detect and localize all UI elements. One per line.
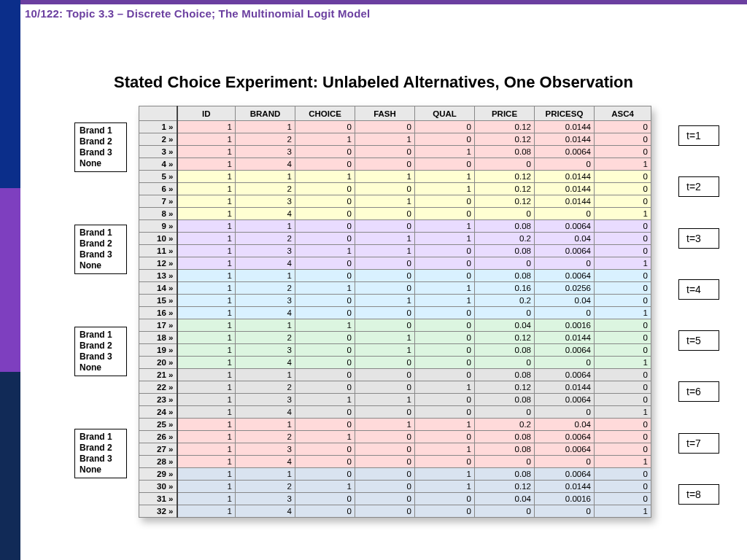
cell-price: 0.08 [475, 443, 535, 456]
cell-qual: 1 [415, 146, 475, 158]
cell-pricesq: 0.04 [535, 419, 595, 431]
cell-asc4: 0 [595, 195, 651, 208]
cell-pricesq: 0 [535, 257, 595, 270]
row-header: 11 » [139, 245, 177, 257]
t-label-5: t=5 [678, 330, 719, 351]
cell-id: 1 [177, 245, 236, 257]
cell-qual: 0 [415, 406, 475, 419]
cell-brand: 2 [236, 183, 295, 195]
cell-asc4: 0 [595, 146, 651, 158]
cell-choice: 0 [295, 183, 355, 195]
cell-choice: 0 [295, 419, 355, 431]
cell-brand: 4 [236, 158, 295, 171]
row-header: 16 » [139, 307, 177, 319]
cell-asc4: 0 [595, 381, 651, 394]
cell-brand: 3 [236, 344, 295, 357]
cell-asc4: 1 [595, 158, 651, 171]
cell-id: 1 [177, 195, 236, 208]
brand-box-3: Brand 1Brand 2Brand 3None [74, 327, 127, 376]
cell-qual: 0 [415, 344, 475, 357]
table-row: 24 »14000001 [139, 406, 651, 419]
cell-choice: 0 [295, 493, 355, 505]
cell-pricesq: 0.0064 [535, 443, 595, 456]
table-row: 5 »111110.120.01440 [139, 171, 651, 183]
cell-id: 1 [177, 344, 236, 357]
cell-brand: 2 [236, 233, 295, 245]
row-header: 25 » [139, 419, 177, 431]
table-row: 22 »120010.120.01440 [139, 381, 651, 394]
table-row: 26 »121000.080.00640 [139, 431, 651, 443]
cell-pricesq: 0.0016 [535, 493, 595, 505]
table-row: 30 »121010.120.01440 [139, 481, 651, 493]
cell-pricesq: 0.0064 [535, 270, 595, 282]
cell-id: 1 [177, 257, 236, 270]
cell-price: 0.04 [475, 493, 535, 505]
col-id: ID [177, 106, 236, 121]
cell-choice: 0 [295, 295, 355, 307]
cell-qual: 0 [415, 257, 475, 270]
row-header: 22 » [139, 381, 177, 394]
row-header: 20 » [139, 357, 177, 369]
cell-pricesq: 0.0064 [535, 431, 595, 443]
cell-pricesq: 0.0144 [535, 171, 595, 183]
cell-qual: 1 [415, 233, 475, 245]
cell-brand: 2 [236, 431, 295, 443]
cell-asc4: 0 [595, 282, 651, 295]
brand-label: Brand 1 [80, 432, 122, 443]
cell-brand: 2 [236, 133, 295, 146]
data-table-wrap: ID BRAND CHOICE FASH QUAL PRICE PRICESQ … [139, 106, 651, 518]
cell-fash: 0 [355, 158, 415, 171]
table-row: 18 »120100.120.01440 [139, 332, 651, 344]
brand-label: None [80, 464, 122, 475]
cell-brand: 3 [236, 493, 295, 505]
cell-asc4: 0 [595, 443, 651, 456]
cell-qual: 1 [415, 381, 475, 394]
cell-choice: 0 [295, 270, 355, 282]
cell-fash: 0 [355, 282, 415, 295]
cell-qual: 0 [415, 456, 475, 468]
cell-fash: 0 [355, 208, 415, 220]
cell-choice: 0 [295, 443, 355, 456]
cell-qual: 1 [415, 171, 475, 183]
brand-label: Brand 2 [80, 136, 122, 147]
cell-asc4: 0 [595, 332, 651, 344]
cell-id: 1 [177, 158, 236, 171]
cell-price: 0 [475, 208, 535, 220]
cell-choice: 1 [295, 245, 355, 257]
cell-fash: 0 [355, 493, 415, 505]
cell-price: 0.12 [475, 171, 535, 183]
cell-id: 1 [177, 493, 236, 505]
cell-brand: 4 [236, 406, 295, 419]
cell-fash: 1 [355, 419, 415, 431]
cell-price: 0.12 [475, 381, 535, 394]
brand-label: None [80, 362, 122, 373]
cell-id: 1 [177, 220, 236, 233]
col-asc4: ASC4 [595, 106, 651, 121]
cell-choice: 1 [295, 319, 355, 332]
cell-brand: 3 [236, 394, 295, 406]
cell-id: 1 [177, 270, 236, 282]
cell-asc4: 0 [595, 295, 651, 307]
cell-fash: 0 [355, 319, 415, 332]
cell-choice: 0 [295, 357, 355, 369]
cell-choice: 0 [295, 257, 355, 270]
cell-pricesq: 0 [535, 357, 595, 369]
cell-asc4: 0 [595, 493, 651, 505]
cell-asc4: 0 [595, 133, 651, 146]
cell-id: 1 [177, 406, 236, 419]
table-row: 7 »130100.120.01440 [139, 195, 651, 208]
table-row: 29 »110010.080.00640 [139, 468, 651, 481]
cell-fash: 0 [355, 270, 415, 282]
table-row: 32 »14000001 [139, 505, 651, 518]
table-row: 8 »14000001 [139, 208, 651, 220]
table-row: 21 »110000.080.00640 [139, 369, 651, 381]
cell-qual: 0 [415, 270, 475, 282]
row-header: 21 » [139, 369, 177, 381]
cell-fash: 1 [355, 171, 415, 183]
brand-label: Brand 1 [80, 125, 122, 136]
data-table: ID BRAND CHOICE FASH QUAL PRICE PRICESQ … [139, 106, 651, 518]
cell-fash: 0 [355, 220, 415, 233]
cell-brand: 3 [236, 245, 295, 257]
cell-qual: 0 [415, 121, 475, 133]
cell-pricesq: 0.04 [535, 295, 595, 307]
